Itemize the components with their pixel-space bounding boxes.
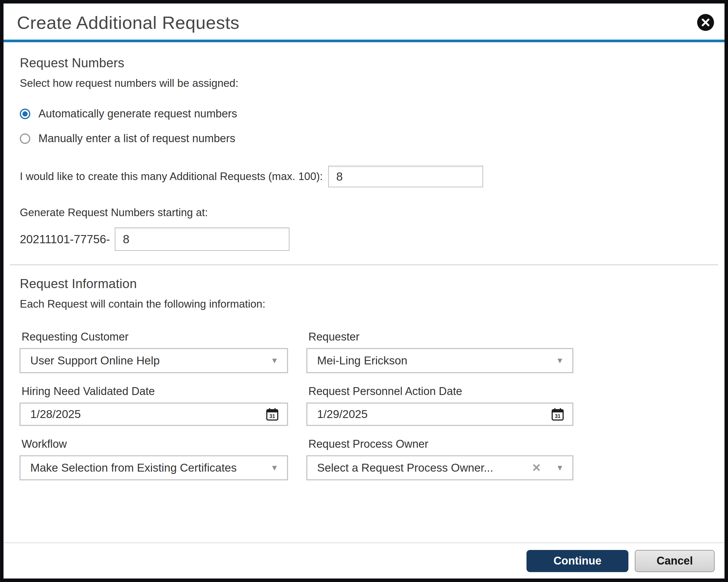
request-count-row: I would like to create this many Additio… bbox=[20, 166, 708, 187]
dialog-header: Create Additional Requests bbox=[3, 3, 725, 40]
field-workflow: Workflow Make Selection from Existing Ce… bbox=[20, 438, 288, 480]
request-numbers-instruction: Select how request numbers will be assig… bbox=[20, 77, 708, 90]
chevron-down-icon: ▼ bbox=[270, 356, 278, 365]
request-information-heading: Request Information bbox=[20, 276, 708, 291]
title-accent-line bbox=[3, 40, 725, 42]
request-number-prefix: 20211101-77756- bbox=[20, 233, 110, 246]
request-personnel-action-date-label: Request Personnel Action Date bbox=[307, 385, 573, 398]
request-numbers-heading: Request Numbers bbox=[20, 56, 708, 70]
create-additional-requests-dialog: Create Additional Requests Request Numbe… bbox=[0, 0, 728, 582]
requesting-customer-label: Requesting Customer bbox=[20, 331, 288, 343]
request-personnel-action-date-value: 1/29/2025 bbox=[307, 408, 368, 421]
request-count-input[interactable] bbox=[328, 166, 483, 187]
field-request-process-owner: Request Process Owner Select a Request P… bbox=[307, 438, 573, 480]
workflow-label: Workflow bbox=[20, 438, 288, 450]
hiring-need-validated-date-value: 1/28/2025 bbox=[20, 408, 81, 421]
request-count-label: I would like to create this many Additio… bbox=[20, 170, 323, 183]
cancel-button[interactable]: Cancel bbox=[635, 550, 714, 572]
chevron-down-icon: ▼ bbox=[270, 463, 278, 473]
continue-button[interactable]: Continue bbox=[526, 550, 628, 572]
radio-manual-enter-label: Manually enter a list of request numbers bbox=[38, 132, 235, 145]
radio-auto-generate-label: Automatically generate request numbers bbox=[38, 107, 237, 120]
requesting-customer-select[interactable]: User Support Online Help ▼ bbox=[20, 348, 288, 373]
radio-auto-generate[interactable]: Automatically generate request numbers bbox=[20, 107, 708, 120]
clear-icon[interactable]: ✕ bbox=[532, 461, 541, 474]
request-process-owner-placeholder: Select a Request Process Owner... bbox=[307, 461, 493, 474]
request-number-mode-radio-group: Automatically generate request numbers M… bbox=[20, 107, 708, 145]
workflow-select[interactable]: Make Selection from Existing Certificate… bbox=[20, 456, 288, 480]
dialog-title: Create Additional Requests bbox=[17, 12, 725, 33]
dialog-footer: Continue Cancel bbox=[3, 542, 725, 579]
requester-select[interactable]: Mei-Ling Erickson ▼ bbox=[307, 348, 573, 373]
radio-manual-enter[interactable]: Manually enter a list of request numbers bbox=[20, 132, 708, 145]
close-button[interactable] bbox=[697, 14, 714, 31]
close-icon bbox=[701, 18, 710, 27]
request-personnel-action-date-input[interactable]: 1/29/2025 31 bbox=[307, 403, 573, 426]
hiring-need-validated-date-input[interactable]: 1/28/2025 31 bbox=[20, 403, 288, 426]
chevron-down-icon: ▼ bbox=[556, 463, 564, 473]
field-requester: Requester Mei-Ling Erickson ▼ bbox=[307, 331, 573, 373]
request-process-owner-select[interactable]: Select a Request Process Owner... ✕ ▼ bbox=[307, 456, 573, 480]
requester-label: Requester bbox=[307, 331, 573, 343]
calendar-icon[interactable]: 31 bbox=[550, 407, 565, 422]
request-information-fields: Requesting Customer User Support Online … bbox=[20, 331, 708, 480]
starting-at-label: Generate Request Numbers starting at: bbox=[20, 206, 708, 219]
hiring-need-validated-date-label: Hiring Need Validated Date bbox=[20, 385, 288, 398]
field-hiring-need-validated-date: Hiring Need Validated Date 1/28/2025 31 bbox=[20, 385, 288, 426]
requesting-customer-value: User Support Online Help bbox=[20, 354, 160, 367]
field-requesting-customer: Requesting Customer User Support Online … bbox=[20, 331, 288, 373]
request-information-instruction: Each Request will contain the following … bbox=[20, 298, 708, 310]
radio-unselected-icon[interactable] bbox=[20, 133, 30, 144]
requester-value: Mei-Ling Erickson bbox=[307, 354, 407, 367]
calendar-icon[interactable]: 31 bbox=[265, 407, 280, 422]
request-process-owner-label: Request Process Owner bbox=[307, 438, 573, 450]
starting-at-row: 20211101-77756- bbox=[20, 228, 708, 251]
dialog-body: Request Numbers Select how request numbe… bbox=[3, 56, 725, 480]
radio-selected-icon[interactable] bbox=[20, 109, 30, 119]
section-divider bbox=[10, 264, 718, 265]
workflow-value: Make Selection from Existing Certificate… bbox=[20, 461, 237, 474]
starting-number-input[interactable] bbox=[115, 228, 289, 251]
svg-text:31: 31 bbox=[269, 413, 275, 419]
field-request-personnel-action-date: Request Personnel Action Date 1/29/2025 … bbox=[307, 385, 573, 426]
chevron-down-icon: ▼ bbox=[556, 356, 564, 365]
svg-text:31: 31 bbox=[555, 413, 561, 419]
